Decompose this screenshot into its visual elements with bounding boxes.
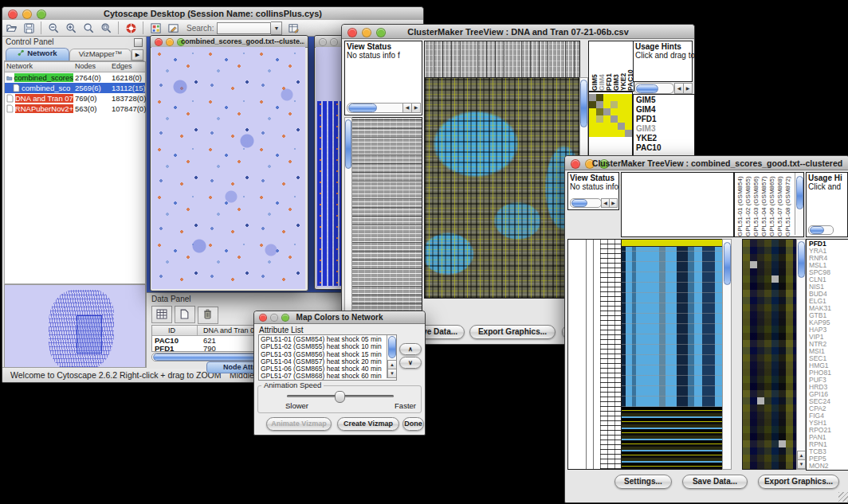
vizmapper-palette-icon[interactable] — [147, 21, 163, 35]
tv1-export-graphics-button[interactable]: Export Graphics... — [469, 325, 556, 339]
tv2-save-data-button[interactable]: Save Data... — [682, 475, 748, 489]
close-icon[interactable] — [319, 38, 327, 46]
tv2-zoom-vscrollbar[interactable]: ▲ ▼ — [796, 239, 806, 470]
zoom-out-icon[interactable] — [45, 21, 61, 35]
column-label[interactable]: GIM4 — [598, 41, 605, 91]
col-nodes[interactable]: Nodes — [73, 62, 110, 72]
scroll-down-icon[interactable]: ▼ — [797, 459, 806, 469]
annotation-icon[interactable] — [165, 21, 181, 35]
tv2-column-dendrogram[interactable] — [621, 172, 734, 237]
zoom-selected-icon[interactable] — [98, 21, 114, 35]
toolbar-separator — [118, 21, 119, 34]
minimize-icon[interactable] — [166, 38, 174, 46]
column-label[interactable]: YKE2 — [619, 41, 626, 91]
tv1-genelist-hscrollbar[interactable] — [634, 83, 674, 94]
search-input[interactable] — [217, 22, 271, 34]
animate-vizmap-button[interactable]: Animate Vizmap — [266, 417, 332, 431]
attribute-list-vscrollbar[interactable]: ▲ ▼ — [387, 335, 396, 378]
tv1-zoomed-matrix[interactable] — [589, 94, 632, 137]
tv2-zoomed-heatmap[interactable] — [742, 239, 797, 470]
scroll-right-icon[interactable]: ▶ — [683, 83, 693, 94]
zoom-fit-icon[interactable] — [80, 21, 96, 35]
column-label[interactable]: GPL51-02 (GSM855) — [744, 173, 752, 236]
network-name: combined_scores — [14, 73, 73, 82]
column-label[interactable]: GPL51-07 (GSM868) — [776, 173, 784, 236]
create-vizmap-button[interactable]: Create Vizmap — [337, 417, 399, 431]
tv2-export-graphics-button[interactable]: Export Graphics... — [758, 475, 839, 489]
row-value[interactable]: 790 — [203, 344, 216, 353]
attribute-item[interactable]: GPL51-07 (GSM868) heat shock 60 min — [261, 373, 395, 380]
select-attributes-icon[interactable] — [151, 306, 172, 323]
tv1-column-labels: GIM5 GIM4 PFD1 GIM3 YKE2 PAC10 — [588, 41, 634, 92]
main-titlebar[interactable]: Cytoscape Desktop (Session Name: collins… — [2, 7, 423, 21]
dialog-titlebar[interactable]: Map Colors to Network — [254, 311, 425, 324]
heatmap-missing-cell — [757, 397, 764, 404]
treeview-dna-titlebar[interactable]: ClusterMaker TreeView : DNA and Tran 07-… — [342, 25, 694, 39]
gene-label: GIM4 — [636, 105, 694, 115]
scroll-down-icon[interactable]: ▼ — [387, 369, 397, 378]
network-list-header[interactable]: Network Nodes Edges — [5, 62, 145, 72]
resize-grip-icon[interactable] — [838, 492, 848, 502]
row-id[interactable]: PFD1 — [155, 344, 174, 353]
done-button[interactable]: Done — [402, 417, 424, 431]
column-divider[interactable] — [197, 326, 198, 335]
tv1-global-heatmap[interactable] — [424, 77, 580, 299]
minimize-icon[interactable] — [330, 38, 338, 46]
close-icon[interactable] — [155, 38, 163, 46]
close-icon[interactable] — [571, 159, 580, 169]
column-label[interactable]: GPL51-06 (GSM865) — [768, 173, 776, 236]
heatmap-yellow-band — [622, 240, 722, 247]
tv2-hints-hscrollbar[interactable] — [808, 225, 834, 235]
button-label: Export Graphics... — [478, 327, 547, 336]
column-label[interactable]: GPL51-01 (GSM854) — [736, 173, 744, 236]
col-id[interactable]: ID — [168, 326, 175, 334]
column-label[interactable]: GIM5 — [591, 41, 598, 91]
move-up-button[interactable]: ∧ — [399, 343, 422, 355]
column-label[interactable]: GPL51-08 (GSM872) — [784, 173, 792, 236]
column-label[interactable]: PFD1 — [605, 41, 612, 91]
tv2-heatmap-vscrollbar[interactable] — [722, 239, 732, 470]
network1-titlebar[interactable]: combined_scores_good.txt--cluste... — [151, 36, 308, 48]
tv2-settings-button[interactable]: Settings... — [614, 475, 672, 489]
tv1-row-dendrogram[interactable] — [344, 117, 422, 322]
network-row-combined-sco[interactable]: combined_sco 2569(6) 13112(15) — [5, 83, 145, 93]
tab-network[interactable]: Network — [6, 48, 69, 61]
col-network[interactable]: Network — [5, 62, 73, 72]
float-panel-icon[interactable] — [134, 38, 143, 47]
tv1-column-dendrogram[interactable] — [424, 41, 580, 79]
save-session-icon[interactable] — [21, 21, 37, 35]
attribute-browser-icon[interactable] — [285, 21, 301, 35]
scroll-right-icon[interactable]: ▶ — [609, 198, 618, 208]
tv2-row-dendrogram[interactable] — [567, 239, 622, 470]
column-label[interactable]: GIM3 — [612, 41, 619, 91]
tv2-gene-list[interactable]: PFD1 YRA1 RNR4 MSL1 SPC98 CLN1 NIS1 BUD4… — [806, 239, 848, 471]
tab-vizmapper[interactable]: VizMapper™ — [69, 49, 132, 61]
col-edges[interactable]: Edges — [110, 62, 147, 72]
attribute-list[interactable]: GPL51-01 (GSM854) heat shock 05 min GPL5… — [258, 334, 397, 381]
scroll-right-icon[interactable]: ▶ — [411, 103, 421, 113]
network-row-rnapuber[interactable]: RNAPuberNov2+ 563(0) 107847(0) — [5, 104, 145, 114]
column-label[interactable]: GPL51-03 (GSM856) — [752, 173, 760, 236]
new-attribute-icon[interactable] — [175, 306, 195, 323]
help-lifering-icon[interactable] — [123, 21, 139, 35]
open-file-icon[interactable] — [3, 21, 19, 35]
tv2-view-status-title: View Status — [570, 174, 614, 182]
network-row-dna-tran[interactable]: DNA and Tran 07 769(0) 183728(0) — [5, 93, 145, 104]
delete-attribute-trash-icon[interactable] — [198, 307, 218, 324]
tv1-status-hscrollbar[interactable] — [347, 103, 407, 113]
move-down-button[interactable]: ∨ — [399, 357, 422, 369]
tv1-row-dendro-vscrollbar[interactable] — [344, 117, 352, 322]
birdseye-viewport-rect[interactable] — [77, 315, 102, 354]
treeview-combined-titlebar[interactable]: ClusterMaker TreeView : combined_scores_… — [565, 156, 848, 170]
search-dropdown-button[interactable]: ▼ — [271, 21, 282, 35]
slider-thumb[interactable] — [335, 391, 345, 403]
network-row-combined-scores[interactable]: combined_scores 2764(0) 16218(0) — [5, 72, 145, 83]
network1-canvas[interactable] — [151, 47, 305, 289]
tv2-global-heatmap[interactable] — [621, 239, 723, 470]
zoom-in-icon[interactable] — [63, 21, 79, 35]
tv2-collabels-vscrollbar[interactable] — [795, 173, 803, 235]
column-label[interactable]: GPL51-04 (GSM857) — [760, 173, 768, 236]
tv2-status-hscrollbar[interactable] — [570, 198, 602, 208]
tab-overflow-button[interactable]: ▶ — [132, 49, 143, 61]
animation-speed-slider[interactable] — [287, 395, 394, 397]
